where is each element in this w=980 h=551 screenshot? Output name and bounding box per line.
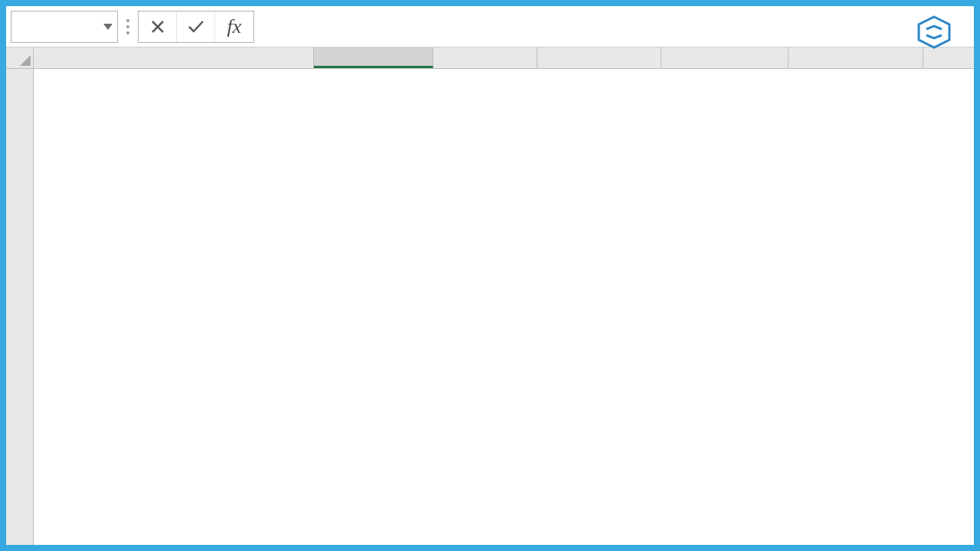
col-header-E[interactable]	[662, 47, 789, 68]
fx-icon: fx	[227, 15, 242, 38]
spreadsheet-grid[interactable]	[6, 47, 974, 545]
logo-icon	[916, 14, 952, 51]
formula-controls: fx	[138, 11, 254, 43]
col-header-F[interactable]	[789, 47, 923, 68]
x-icon	[151, 20, 165, 34]
formula-bar-area: fx	[6, 6, 974, 47]
check-icon	[188, 20, 204, 34]
chevron-down-icon[interactable]	[103, 24, 113, 30]
divider-icon	[118, 19, 138, 34]
enter-button[interactable]	[177, 11, 215, 42]
cells-container	[34, 69, 974, 545]
row-headers	[6, 69, 34, 545]
brand-logo	[916, 14, 960, 51]
column-headers	[34, 47, 974, 69]
formula-input[interactable]	[262, 11, 974, 43]
select-all-corner[interactable]	[6, 47, 34, 69]
col-header-rest	[923, 47, 974, 68]
col-header-B[interactable]	[314, 47, 433, 68]
fx-button[interactable]: fx	[215, 11, 253, 42]
col-header-C[interactable]	[433, 47, 537, 68]
col-header-A[interactable]	[34, 47, 314, 68]
name-box[interactable]	[11, 11, 118, 43]
cancel-button[interactable]	[139, 11, 177, 42]
col-header-D[interactable]	[537, 47, 662, 68]
